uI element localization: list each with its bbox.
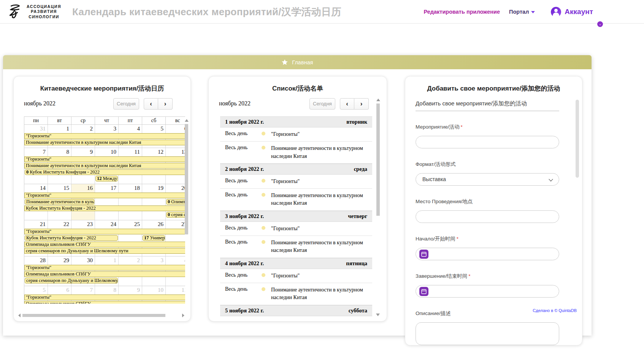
calendar-event-bar[interactable]: Кубок Института Конфуция - 2022 (25, 235, 118, 241)
scroll-up-arrow-icon[interactable] (185, 119, 189, 122)
list-vertical-scrollbar[interactable] (376, 99, 381, 316)
calendar-event-bar[interactable]: серия семинаров по Дуньхуану и Шелковому… (24, 248, 185, 254)
event-name-input[interactable] (416, 136, 559, 148)
list-today-button[interactable]: Сегодня (309, 98, 335, 110)
day-cell[interactable]: 10 (142, 286, 166, 294)
calendar-picker-icon[interactable] (419, 287, 428, 296)
start-datetime-input[interactable] (416, 248, 559, 260)
day-cell[interactable]: 15 (48, 184, 71, 192)
list-event-row[interactable]: Весь день"Горизонты" (220, 222, 372, 236)
day-cell[interactable]: 5 (24, 286, 48, 294)
calendar-event-bar[interactable]: Понимание аутентичности в культ (25, 199, 94, 205)
day-cell[interactable]: 24 (95, 220, 119, 228)
day-cell[interactable]: 18 (119, 184, 142, 192)
description-textarea[interactable] (416, 322, 559, 345)
account-menu[interactable]: Аккаунт ⌄ (551, 7, 593, 17)
list-event-row[interactable]: Весь день"Горизонты" (220, 316, 372, 317)
scrollbar-thumb[interactable] (185, 124, 188, 234)
calendar-event-bar[interactable]: 0серия сем (166, 212, 185, 218)
list-event-row[interactable]: Весь день"Горизонты" (220, 269, 372, 283)
made-with-quintadb-link[interactable]: Сделано в © QuintaDB (533, 308, 577, 313)
calendar-event-bar[interactable]: 12Между (95, 176, 118, 181)
scroll-right-arrow-icon[interactable] (182, 314, 184, 317)
day-cell[interactable]: 5 (142, 125, 166, 133)
list-event-row[interactable]: Весь деньПонимание аутентичности в культ… (220, 189, 372, 211)
calendar-event-bar[interactable]: Олимпиада школьников СПбГУ (24, 242, 185, 247)
day-cell[interactable]: 21 (24, 220, 48, 228)
list-event-row[interactable]: Весь день"Горизонты" (220, 127, 372, 142)
list-next-button[interactable]: › (354, 98, 369, 110)
day-cell[interactable]: 28 (24, 256, 48, 264)
day-cell[interactable]: 7 (71, 286, 95, 294)
calendar-event-bar[interactable]: Понимание аутентичности в культурном нас… (24, 163, 185, 169)
day-cell[interactable]: 8 (95, 286, 119, 294)
day-cell[interactable]: 17 (95, 184, 119, 192)
form-vertical-scrollbar[interactable] (575, 97, 580, 326)
day-cell[interactable]: 6 (48, 286, 71, 294)
day-cell[interactable]: 4 (119, 125, 142, 133)
scroll-up-arrow-icon[interactable] (376, 99, 380, 101)
end-datetime-input[interactable] (416, 285, 559, 298)
calendar-event-bar[interactable]: "Горизонты" (24, 229, 185, 234)
day-cell[interactable]: 26 (142, 220, 166, 228)
scroll-down-arrow-icon[interactable] (376, 314, 380, 316)
day-cell[interactable]: 10 (95, 148, 119, 156)
day-cell[interactable]: 1 (95, 256, 119, 264)
calendar-event-bar[interactable]: Олимпиада школьников СПбГУ (24, 271, 185, 277)
calendar-prev-button[interactable]: ‹ (144, 98, 158, 110)
portal-menu[interactable]: Портал (509, 9, 535, 15)
calendar-next-button[interactable]: › (158, 98, 173, 110)
day-cell[interactable]: 1 (48, 125, 71, 133)
edit-app-link[interactable]: Редактировать приложение (424, 9, 500, 15)
day-cell[interactable]: 11 (166, 286, 185, 294)
day-cell[interactable]: 31 (24, 125, 48, 133)
day-cell[interactable]: 27 (166, 220, 185, 228)
calendar-event-bar[interactable]: серия семинаров по Дуньхуану и Шелковому (25, 278, 118, 283)
calendar-horizontal-scrollbar[interactable] (18, 314, 184, 317)
day-cell[interactable]: 29 (48, 256, 71, 264)
day-cell[interactable]: 2 (71, 125, 95, 133)
scroll-left-arrow-icon[interactable] (18, 314, 21, 317)
calendar-event-bar[interactable]: "Горизонты" (24, 133, 185, 139)
format-select[interactable]: Выставка (416, 173, 559, 186)
day-cell[interactable]: 12 (142, 148, 166, 156)
day-cell[interactable]: 14 (24, 184, 48, 192)
tab-home[interactable]: Главная (3, 55, 592, 69)
day-cell-today[interactable]: 16 (71, 184, 95, 192)
calendar-event-bar[interactable]: 0Олимпиа (166, 199, 185, 205)
day-cell[interactable]: 3 (95, 125, 119, 133)
day-cell[interactable]: 19 (142, 184, 166, 192)
list-prev-button[interactable]: ‹ (340, 98, 354, 110)
list-event-row[interactable]: Весь деньПонимание аутентичности в культ… (220, 283, 372, 305)
calendar-event-bar[interactable]: "Горизонты" (24, 156, 185, 162)
calendar-event-bar[interactable]: 17Универ (143, 235, 165, 241)
day-cell[interactable]: 20 (166, 184, 185, 192)
calendar-event-bar[interactable]: Понимание аутентичности в культурном нас… (24, 140, 185, 145)
day-cell[interactable]: 7 (24, 148, 48, 156)
day-cell[interactable]: 3 (142, 256, 166, 264)
scrollbar-thumb[interactable] (22, 314, 165, 317)
calendar-event-bar[interactable]: Олимпиада школьников СПбГУ (24, 301, 185, 304)
calendar-event-bar[interactable]: "Горизонты" (24, 193, 185, 198)
place-input[interactable] (416, 210, 559, 223)
day-cell[interactable]: 2 (119, 256, 142, 264)
day-cell[interactable]: 23 (71, 220, 95, 228)
list-event-row[interactable]: Весь деньПонимание аутентичности в культ… (220, 142, 372, 164)
day-cell[interactable]: 30 (71, 256, 95, 264)
day-cell[interactable]: 22 (48, 220, 71, 228)
calendar-event-bar[interactable]: 0Кубок Института Конфуция - 2022 (25, 169, 185, 175)
day-cell[interactable]: 13 (166, 148, 185, 156)
list-event-row[interactable]: Весь деньПонимание аутентичности в культ… (220, 236, 372, 258)
day-cell[interactable]: 6 (166, 125, 185, 133)
calendar-today-button[interactable]: Сегодня (113, 98, 139, 110)
day-cell[interactable]: 8 (48, 148, 71, 156)
calendar-vertical-scrollbar[interactable] (184, 119, 189, 309)
calendar-event-bar[interactable]: "Горизонты" (24, 295, 185, 300)
day-cell[interactable]: 25 (119, 220, 142, 228)
day-cell[interactable]: 9 (71, 148, 95, 156)
account-chevron-badge[interactable]: ⌄ (597, 21, 603, 27)
calendar-event-bar[interactable]: "Горизонты" (24, 265, 185, 271)
day-cell[interactable]: 9 (119, 286, 142, 294)
calendar-picker-icon[interactable] (419, 250, 428, 259)
calendar-event-bar[interactable]: Кубок Института Конфуция - 2022 (24, 205, 185, 211)
